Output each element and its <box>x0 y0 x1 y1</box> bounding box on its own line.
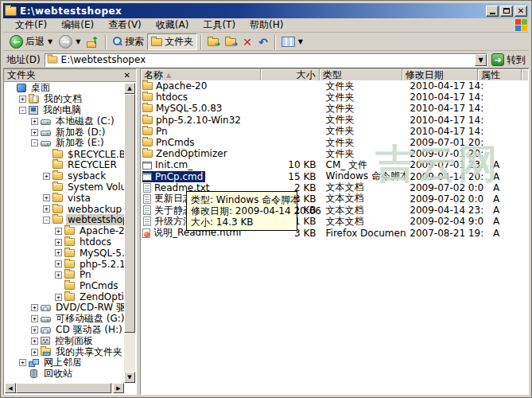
expand-toggle-icon[interactable]: + <box>43 173 50 180</box>
address-dropdown-button[interactable]: ▼ <box>475 54 487 66</box>
tree-item-label[interactable]: System Volume Inf <box>66 181 124 193</box>
menu-help[interactable]: 帮助(H) <box>243 18 290 33</box>
menu-favorites[interactable]: 收藏(A) <box>149 18 196 33</box>
search-button[interactable]: 搜索 <box>109 34 147 50</box>
move-to-button[interactable]: ➜ <box>204 34 222 50</box>
tooltip-size-line: 大小: 14.3 KB <box>191 217 293 228</box>
tree-item[interactable]: +vista <box>5 193 124 204</box>
expand-toggle-icon[interactable]: + <box>31 349 38 356</box>
copy-to-button[interactable]: ➜ <box>222 34 239 50</box>
scroll-down-button[interactable]: ▼ <box>124 372 135 383</box>
tree-item[interactable]: RECYCLER <box>5 160 124 171</box>
column-header-name[interactable]: 名称 ▲ <box>141 69 261 80</box>
column-header-attr[interactable]: 属性 <box>478 69 522 80</box>
menu-tools[interactable]: 工具(T) <box>196 18 243 33</box>
tree-item[interactable]: +MySQL-5.0.83 <box>5 248 124 259</box>
tree-item-label[interactable]: webbackup <box>66 204 123 215</box>
file-date: 2009-02-04 9:05 <box>406 216 483 227</box>
expand-toggle-icon[interactable]: + <box>55 249 62 256</box>
expand-toggle-icon[interactable]: + <box>43 194 50 201</box>
up-icon: ↑ <box>87 37 99 48</box>
up-button[interactable]: ↑ <box>83 34 102 50</box>
views-dropdown-icon[interactable]: ▼ <box>298 38 303 45</box>
scroll-up-button[interactable]: ▲ <box>124 83 135 94</box>
file-date: 2009-04-14 20:06 <box>406 171 483 182</box>
views-button[interactable]: ▼ <box>278 34 306 50</box>
cmd-file-icon <box>142 162 152 170</box>
tree-item-label[interactable]: PnCmds <box>78 280 120 291</box>
collapse-toggle-icon[interactable]: - <box>19 107 26 114</box>
folders-panel-header: 文件夹 ✕ <box>4 69 136 82</box>
drive-icon <box>41 119 51 125</box>
column-header-date[interactable]: 修改日期 <box>402 69 478 80</box>
forward-button[interactable]: → ▼ <box>56 34 83 50</box>
tree-item[interactable]: +webbackup <box>5 204 124 215</box>
tree-item[interactable]: +sysback <box>5 170 124 181</box>
tree-item-label[interactable]: vista <box>66 193 92 204</box>
column-header-size[interactable]: 大小 <box>261 69 320 80</box>
tree-item[interactable]: +Pn <box>5 270 124 281</box>
vertical-scroll-thumb[interactable] <box>124 94 135 333</box>
tree-item-label[interactable]: Apache-20 <box>78 225 124 236</box>
close-panel-icon[interactable]: ✕ <box>122 71 133 80</box>
expand-toggle-icon[interactable]: + <box>55 271 62 279</box>
expand-toggle-icon[interactable]: + <box>31 304 38 311</box>
tree-item[interactable]: +htdocs <box>5 236 124 248</box>
minimize-button[interactable] <box>486 6 499 17</box>
expand-toggle-icon[interactable]: + <box>31 338 38 345</box>
tree-item[interactable]: $RECYCLE.BIN <box>5 149 124 160</box>
folders-button[interactable]: 文件夹 <box>147 33 197 50</box>
control-icon <box>41 337 50 345</box>
go-button[interactable]: ➜ 转到 <box>491 53 526 67</box>
address-input[interactable]: E:\webtestshopex ▼ <box>45 53 487 67</box>
file-name: htdocs <box>156 92 188 103</box>
tree-item-label[interactable]: 回收站 <box>42 367 74 380</box>
tree-item[interactable]: System Volume Inf <box>5 181 124 193</box>
expand-toggle-icon[interactable]: + <box>55 294 62 301</box>
tree-item-label[interactable]: RECYCLER <box>66 159 118 170</box>
folder-file-icon <box>142 116 153 124</box>
scroll-right-button[interactable]: ▶ <box>113 383 124 393</box>
back-button[interactable]: ← 后退 ▼ <box>6 34 56 50</box>
tree-item-label[interactable]: htdocs <box>78 236 113 248</box>
move-to-icon: ➜ <box>208 38 219 46</box>
expand-toggle-icon[interactable]: + <box>31 326 38 334</box>
address-value[interactable]: E:\webtestshopex <box>61 54 475 65</box>
tree-item-label[interactable]: sysback <box>66 170 107 181</box>
expand-toggle-icon[interactable]: + <box>55 239 62 246</box>
tree-item[interactable]: PnCmds <box>5 280 124 291</box>
horizontal-scroll-thumb[interactable] <box>16 383 111 393</box>
expand-toggle-icon[interactable]: + <box>31 129 38 136</box>
expand-toggle-icon[interactable]: + <box>19 359 26 366</box>
tree-item[interactable]: +php-5.2.10-Win <box>5 259 124 270</box>
menu-edit[interactable]: 编辑(E) <box>54 18 101 33</box>
tree-item-label[interactable]: php-5.2.10-Win <box>78 259 124 270</box>
tree-horizontal-scrollbar[interactable]: ◀ ▶ <box>5 383 124 393</box>
menu-file[interactable]: 文件(F) <box>8 18 54 33</box>
tree-item-label[interactable]: $RECYCLE.BIN <box>66 149 124 160</box>
expand-toggle-icon[interactable]: + <box>19 96 26 103</box>
expand-toggle-icon[interactable]: + <box>43 205 50 213</box>
expand-toggle-icon[interactable]: + <box>55 228 62 235</box>
tree-item-label[interactable]: MySQL-5.0.83 <box>78 248 124 259</box>
tree-item[interactable]: +Apache-20 <box>5 225 124 236</box>
menu-view[interactable]: 查看(V) <box>101 18 149 33</box>
tree-item-label[interactable]: Pn <box>78 269 93 280</box>
expand-toggle-icon[interactable]: + <box>55 260 62 267</box>
undo-button[interactable]: ↶ <box>255 34 271 50</box>
tree-item[interactable]: -新加卷 (E:) <box>5 138 124 149</box>
expand-toggle-icon[interactable]: + <box>31 118 38 125</box>
delete-button[interactable]: ✕ <box>239 34 255 50</box>
collapse-toggle-icon[interactable]: - <box>43 217 50 224</box>
tree-item[interactable]: 回收站 <box>5 369 124 380</box>
scroll-left-button[interactable]: ◀ <box>5 383 16 393</box>
forward-dropdown-icon[interactable]: ▼ <box>76 38 80 45</box>
close-button[interactable]: ✕ <box>515 6 527 17</box>
collapse-toggle-icon[interactable]: - <box>31 139 38 146</box>
maximize-button[interactable] <box>500 6 513 17</box>
tree-item[interactable]: -webtestshopex <box>5 215 124 226</box>
expand-toggle-icon[interactable]: + <box>31 315 38 322</box>
back-dropdown-icon[interactable]: ▼ <box>48 38 52 45</box>
tree-item-label[interactable]: webtestshopex <box>66 214 124 225</box>
tree-vertical-scrollbar[interactable]: ▲ ▼ <box>124 83 135 383</box>
